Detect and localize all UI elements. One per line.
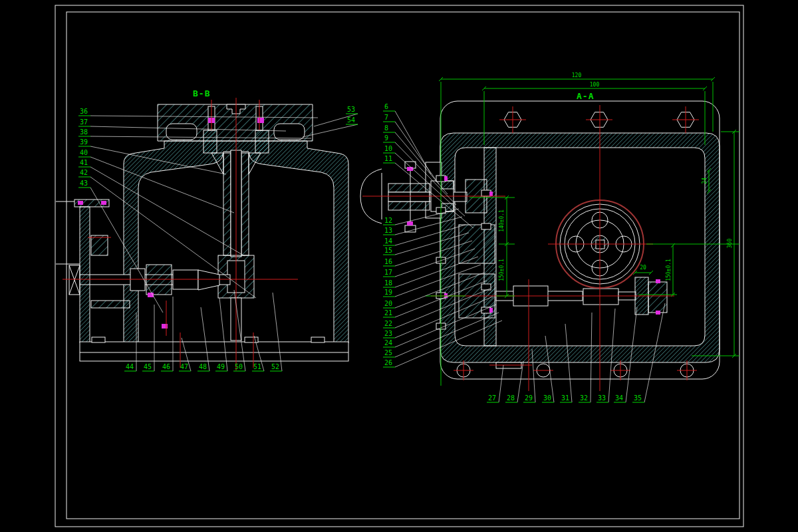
part-number-23: 23 <box>384 330 392 337</box>
section-title-bb: B-B <box>193 88 210 98</box>
part-number-25: 25 <box>384 349 392 356</box>
output-hub <box>583 289 618 305</box>
part-number-53: 53 <box>347 106 355 113</box>
base-plate <box>80 342 348 361</box>
gear-middle <box>459 225 495 263</box>
part-number-32: 32 <box>580 394 588 402</box>
seal-2 <box>257 118 264 123</box>
part-number-36: 36 <box>80 108 88 115</box>
part-number-40: 40 <box>80 149 88 156</box>
part-number-31: 31 <box>561 394 569 402</box>
part-number-29: 29 <box>525 394 533 402</box>
base-pad-3 <box>311 337 325 342</box>
dim-text-flange-offset: 24 <box>702 178 708 184</box>
part-number-14: 14 <box>384 237 392 245</box>
part-number-6: 6 <box>384 103 388 110</box>
part-number-44: 44 <box>126 363 134 370</box>
part-number-19: 19 <box>384 289 392 296</box>
part-number-21: 21 <box>384 309 392 317</box>
part-number-52: 52 <box>271 363 279 370</box>
part-number-54: 54 <box>347 116 355 124</box>
dim-text-center-right: 150±0.1 <box>666 259 672 281</box>
dim-text-overall-width: 120 <box>572 72 582 78</box>
part-number-37: 37 <box>80 118 88 126</box>
part-number-41: 41 <box>80 159 88 166</box>
small-pulley <box>91 235 108 255</box>
section-title-aa: A-A <box>577 91 594 101</box>
part-number-45: 45 <box>144 363 152 370</box>
part-number-49: 49 <box>217 363 225 370</box>
part-number-51: 51 <box>253 363 261 370</box>
base-pad-1 <box>92 337 105 342</box>
dim-text-overall-height: 360 <box>727 239 733 249</box>
input-shaft-a <box>388 192 430 201</box>
part-number-26: 26 <box>384 359 392 366</box>
part-number-10: 10 <box>384 145 392 152</box>
dim-text-inner-width: 100 <box>590 82 600 88</box>
part-number-47: 47 <box>180 363 188 370</box>
part-number-8: 8 <box>384 124 388 132</box>
coupling-top <box>388 184 430 192</box>
sleeve-right <box>255 130 269 153</box>
base-pad-2 <box>245 337 258 342</box>
part-number-50: 50 <box>235 363 243 370</box>
part-number-27: 27 <box>488 394 496 402</box>
part-number-43: 43 <box>80 180 88 187</box>
cad-drawing-canvas: B-B <box>0 0 798 532</box>
part-number-24: 24 <box>384 339 392 346</box>
part-number-33: 33 <box>598 394 606 402</box>
part-number-9: 9 <box>384 134 388 142</box>
part-number-48: 48 <box>199 363 207 370</box>
spindle-wall-right <box>241 153 249 255</box>
coupling-bottom <box>388 201 430 210</box>
part-number-35: 35 <box>634 394 642 402</box>
dim-text-center-upper: 140±0.1 <box>499 209 505 232</box>
part-number-12: 12 <box>384 217 392 224</box>
part-number-22: 22 <box>384 320 392 327</box>
cover-pocket-right <box>274 124 305 140</box>
seal-4 <box>162 324 168 329</box>
part-number-16: 16 <box>384 258 392 265</box>
sleeve-left <box>203 130 217 153</box>
part-number-11: 11 <box>384 155 392 162</box>
part-number-38: 38 <box>80 128 88 136</box>
part-number-20: 20 <box>384 300 392 307</box>
part-number-13: 13 <box>384 227 392 234</box>
part-number-42: 42 <box>80 169 88 176</box>
part-number-28: 28 <box>507 394 515 402</box>
part-number-39: 39 <box>80 138 88 146</box>
bracket-column <box>80 207 90 342</box>
part-number-7: 7 <box>384 114 388 121</box>
part-number-18: 18 <box>384 279 392 287</box>
part-number-15: 15 <box>384 247 392 254</box>
dim-text-bearing-width: 20 <box>640 265 646 271</box>
bracket-arm <box>91 301 130 308</box>
spindle-wall-left <box>223 153 231 255</box>
part-number-34: 34 <box>615 394 623 402</box>
flange-nut-bottom <box>405 225 416 232</box>
seal-5 <box>78 201 83 205</box>
dim-text-center-lower: 150±0.1 <box>499 259 505 281</box>
part-number-17: 17 <box>384 269 392 276</box>
seal-6 <box>101 201 106 205</box>
part-number-46: 46 <box>162 363 170 370</box>
part-number-30: 30 <box>543 394 551 402</box>
